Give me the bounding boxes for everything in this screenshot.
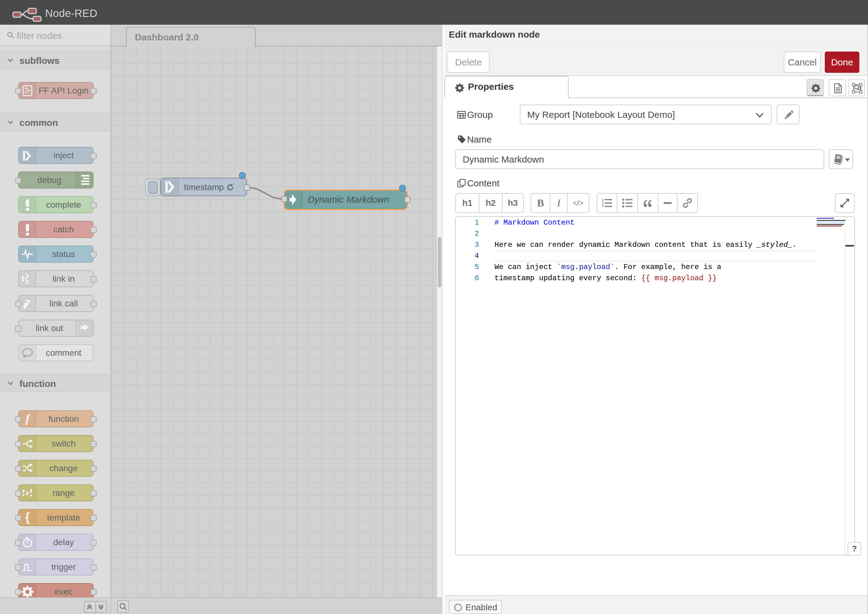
svg-text:f: f xyxy=(26,413,31,425)
svg-text:{: { xyxy=(25,511,30,524)
svg-text:3: 3 xyxy=(602,204,604,208)
